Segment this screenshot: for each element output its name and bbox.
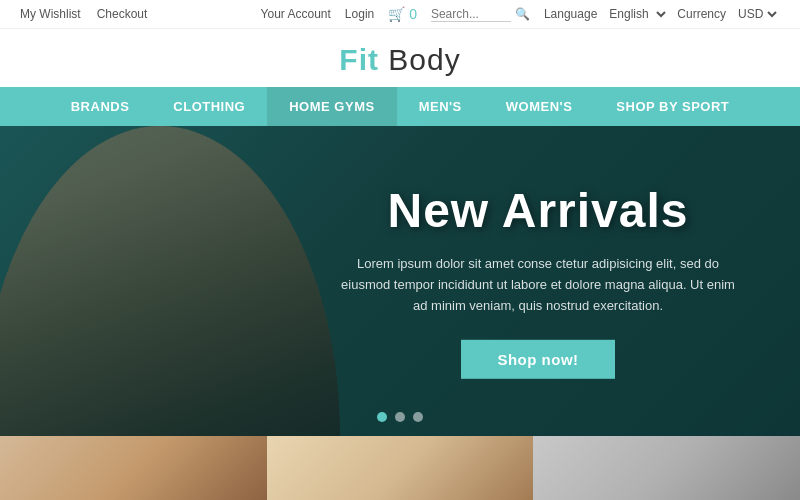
shop-now-button[interactable]: Shop now! <box>461 340 614 379</box>
bottom-strip <box>0 436 800 500</box>
strip-item-2[interactable] <box>267 436 534 500</box>
slider-dot-2[interactable] <box>395 412 405 422</box>
checkout-link[interactable]: Checkout <box>97 7 148 21</box>
strip-item-3[interactable] <box>533 436 800 500</box>
nav-home-gyms[interactable]: HOME GYMS <box>267 87 396 126</box>
hero-title: New Arrivals <box>308 183 768 238</box>
currency-label: Currency <box>677 7 726 21</box>
wishlist-link[interactable]: My Wishlist <box>20 7 81 21</box>
slider-dot-3[interactable] <box>413 412 423 422</box>
top-bar: My Wishlist Checkout Your Account Login … <box>0 0 800 29</box>
search-input[interactable] <box>431 7 511 22</box>
nav-shop-by-sport[interactable]: SHOP BY SPORT <box>594 87 751 126</box>
language-select[interactable]: English French Spanish <box>605 6 669 22</box>
search-box: 🔍 <box>431 7 530 22</box>
logo-fit: Fit <box>339 43 379 76</box>
top-bar-right: Your Account Login 🛒 0 🔍 Language Englis… <box>261 6 780 22</box>
cart-count: 0 <box>409 6 417 22</box>
logo[interactable]: Fit Body <box>0 43 800 77</box>
hero-description: Lorem ipsum dolor sit amet conse ctetur … <box>338 254 738 316</box>
slider-dots <box>377 412 423 422</box>
strip-item-1[interactable] <box>0 436 267 500</box>
slider-dot-1[interactable] <box>377 412 387 422</box>
cart-icon[interactable]: 🛒 0 <box>388 6 417 22</box>
logo-body: Body <box>379 43 461 76</box>
nav-bar: BRANDS CLOTHING HOME GYMS MEN'S WOMEN'S … <box>0 87 800 126</box>
nav-brands[interactable]: BRANDS <box>49 87 152 126</box>
hero-section: New Arrivals Lorem ipsum dolor sit amet … <box>0 126 800 436</box>
currency-select[interactable]: USD EUR GBP <box>734 6 780 22</box>
nav-mens[interactable]: MEN'S <box>397 87 484 126</box>
logo-bar: Fit Body <box>0 29 800 87</box>
login-link[interactable]: Login <box>345 7 374 21</box>
hero-content: New Arrivals Lorem ipsum dolor sit amet … <box>308 183 768 379</box>
language-label: Language <box>544 7 597 21</box>
nav-clothing[interactable]: CLOTHING <box>151 87 267 126</box>
language-currency: Language English French Spanish Currency… <box>544 6 780 22</box>
account-link[interactable]: Your Account <box>261 7 331 21</box>
top-bar-left: My Wishlist Checkout <box>20 7 147 21</box>
nav-womens[interactable]: WOMEN'S <box>484 87 595 126</box>
search-icon[interactable]: 🔍 <box>515 7 530 21</box>
